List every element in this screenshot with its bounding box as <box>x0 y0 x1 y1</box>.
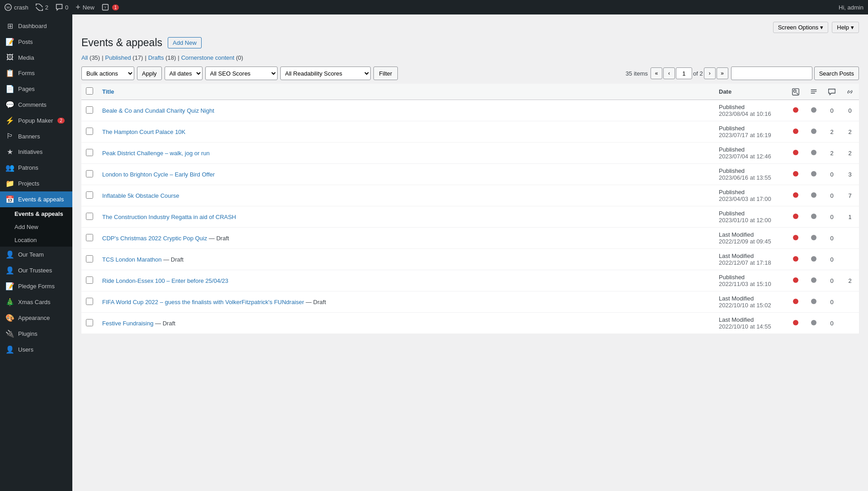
post-title-link[interactable]: Beale & Co and Cundall Charity Quiz Nigh… <box>102 107 214 114</box>
post-title-link[interactable]: The Hampton Court Palace 10K <box>102 129 185 135</box>
post-title-link[interactable]: Peak District Challenge – walk, jog or r… <box>102 150 210 157</box>
seo-dot <box>793 299 798 304</box>
post-title-link[interactable]: CDP's Christmas 2022 Cryptic Pop Quiz <box>102 235 207 242</box>
comments-item[interactable]: 0 <box>56 4 68 11</box>
projects-icon: 📁 <box>5 179 14 188</box>
filter-published[interactable]: Published (17) <box>105 54 143 61</box>
events-icon: 📅 <box>5 195 14 204</box>
sidebar-item-our-trustees[interactable]: 👤 Our Trustees <box>0 262 72 278</box>
apply-button[interactable]: Apply <box>137 67 162 80</box>
row-checkbox[interactable] <box>86 298 93 305</box>
sidebar-item-pledge-forms[interactable]: 📝 Pledge Forms <box>0 278 72 294</box>
post-title-link[interactable]: Ride London-Essex 100 – Enter before 25/… <box>102 277 228 284</box>
readability-column-icon <box>810 88 818 96</box>
date-status: Last Modified <box>719 316 782 323</box>
sub-item-location[interactable]: Location <box>0 234 72 247</box>
post-title-link[interactable]: Festive Fundraising <box>102 320 153 327</box>
row-checkbox[interactable] <box>86 276 93 284</box>
updates-item[interactable]: 2 <box>36 4 48 11</box>
last-page-button[interactable]: » <box>717 67 728 79</box>
date-status: Published <box>719 189 782 195</box>
sidebar-item-xmas-cards[interactable]: 🎄 Xmas Cards <box>0 294 72 310</box>
page-title: Events & appeals <box>81 37 162 49</box>
post-title-link[interactable]: The Construction Industry Regatta in aid… <box>102 214 236 220</box>
post-title-link[interactable]: Inflatable 5k Obstacle Course <box>102 192 179 199</box>
row-checkbox[interactable] <box>86 234 93 241</box>
seo-score-cell <box>787 270 805 291</box>
sidebar-item-dashboard[interactable]: ⊞ Dashboard <box>0 18 72 34</box>
sidebar-item-events-appeals[interactable]: 📅 Events & appeals <box>0 191 72 207</box>
all-dates-select[interactable]: All dates 2023/08 2023/07 2023/06 2023/0… <box>165 67 203 80</box>
page-number-input[interactable] <box>676 67 692 79</box>
draft-label: — Draft <box>306 299 326 305</box>
filter-button[interactable]: Filter <box>373 67 398 80</box>
initiatives-icon: ★ <box>5 148 14 156</box>
seo-dot <box>793 150 798 155</box>
date-cell: Published2023/04/03 at 17:00 <box>714 185 787 206</box>
row-checkbox[interactable] <box>86 170 93 177</box>
date-value: 2022/12/09 at 09:45 <box>719 238 782 245</box>
help-button[interactable]: Help ▾ <box>832 22 859 33</box>
sidebar-item-plugins[interactable]: 🔌 Plugins <box>0 326 72 342</box>
sidebar-item-media[interactable]: 🖼 Media <box>0 50 72 65</box>
readability-scores-select[interactable]: All Readability Scores Good OK Bad No Sc… <box>280 67 371 80</box>
filter-cornerstone[interactable]: Cornerstone content (0) <box>181 54 243 61</box>
new-item[interactable]: + New <box>75 3 94 11</box>
links-cell: 1 <box>841 206 859 228</box>
sidebar-item-popup-maker[interactable]: ⚡ Popup Maker 2 <box>0 113 72 129</box>
site-name[interactable]: W crash <box>5 4 28 11</box>
sidebar-item-appearance[interactable]: 🎨 Appearance <box>0 310 72 326</box>
table-row: Beale & Co and Cundall Charity Quiz Nigh… <box>81 100 859 121</box>
sidebar-item-posts[interactable]: 📝 Posts <box>0 34 72 50</box>
forms-icon: 📋 <box>5 69 14 77</box>
bulk-actions-select[interactable]: Bulk actions Edit Move to Trash <box>81 67 134 80</box>
sidebar-item-forms[interactable]: 📋 Forms <box>0 65 72 81</box>
row-checkbox[interactable] <box>86 191 93 199</box>
comments-cell: 0 <box>823 291 841 313</box>
first-page-button[interactable]: « <box>651 67 662 79</box>
sidebar-item-our-team[interactable]: 👤 Our Team <box>0 247 72 262</box>
add-new-button[interactable]: Add New <box>168 37 202 48</box>
search-input[interactable] <box>731 67 812 80</box>
pages-icon: 📄 <box>5 85 14 93</box>
sidebar-item-banners[interactable]: 🏳 Banners <box>0 129 72 144</box>
sidebar-item-users[interactable]: 👤 Users <box>0 342 72 358</box>
seo-dot <box>793 256 798 262</box>
filter-drafts[interactable]: Drafts (18) <box>148 54 176 61</box>
sub-item-add-new[interactable]: Add New <box>0 220 72 234</box>
seo-scores-select[interactable]: All SEO Scores Good OK Bad No Score <box>205 67 278 80</box>
row-checkbox[interactable] <box>86 319 93 326</box>
search-posts-button[interactable]: Search Posts <box>814 67 859 80</box>
row-checkbox[interactable] <box>86 213 93 220</box>
links-column-icon <box>846 88 854 96</box>
prev-page-button[interactable]: ‹ <box>663 67 675 79</box>
comments-cell: 0 <box>823 185 841 206</box>
readability-score-cell <box>805 100 823 121</box>
sidebar-item-patrons[interactable]: 👥 Patrons <box>0 160 72 176</box>
post-title-link[interactable]: London to Brighton Cycle – Early Bird Of… <box>102 171 215 178</box>
filter-all[interactable]: All (35) <box>81 54 100 61</box>
readability-dot <box>811 277 816 283</box>
sidebar-item-projects[interactable]: 📁 Projects <box>0 176 72 191</box>
table-row: Inflatable 5k Obstacle CourseEdit | Quic… <box>81 185 859 206</box>
row-checkbox[interactable] <box>86 149 93 156</box>
screen-options-button[interactable]: Screen Options ▾ <box>773 22 829 33</box>
row-checkbox[interactable] <box>86 128 93 135</box>
post-title-link[interactable]: TCS London Marathon <box>102 256 162 263</box>
sidebar-item-comments[interactable]: 💬 Comments <box>0 97 72 113</box>
sub-item-events-appeals[interactable]: Events & appeals <box>0 207 72 220</box>
row-checkbox[interactable] <box>86 255 93 262</box>
sidebar-item-pages[interactable]: 📄 Pages <box>0 81 72 97</box>
date-status: Published <box>719 167 782 174</box>
our-trustees-icon: 👤 <box>5 266 14 275</box>
row-checkbox[interactable] <box>86 106 93 114</box>
post-title-link[interactable]: FIFA World Cup 2022 – guess the finalist… <box>102 299 304 305</box>
date-cell: Published2023/08/04 at 10:16 <box>714 100 787 121</box>
next-page-button[interactable]: › <box>704 67 716 79</box>
title-sort-link[interactable]: Title <box>102 88 114 95</box>
date-cell: Published2023/06/16 at 13:55 <box>714 164 787 185</box>
select-all-checkbox[interactable] <box>86 87 93 95</box>
sidebar-item-initiatives[interactable]: ★ Initiatives <box>0 144 72 160</box>
plugin-item[interactable]: Y 1 <box>102 4 119 11</box>
table-row: Peak District Challenge – walk, jog or r… <box>81 143 859 164</box>
